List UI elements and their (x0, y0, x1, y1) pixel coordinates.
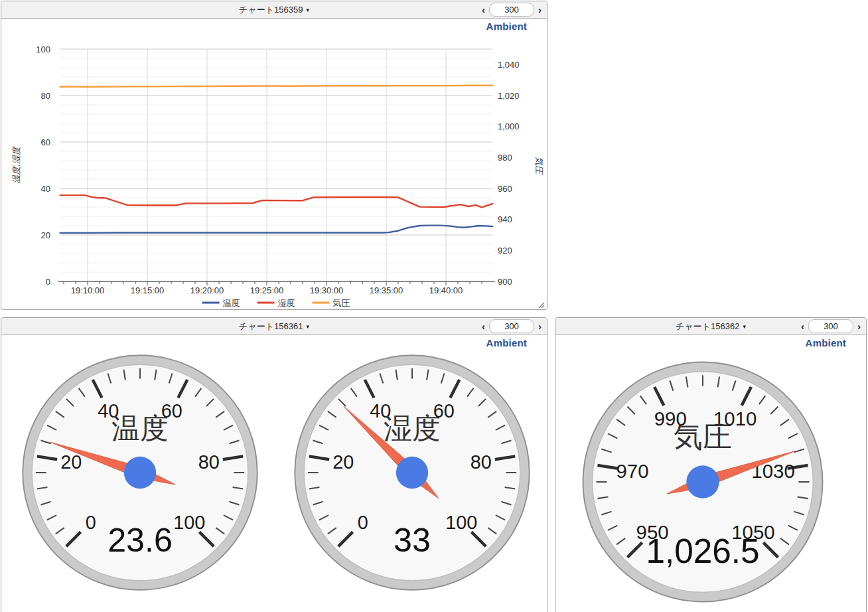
svg-text:湿度: 湿度 (384, 412, 441, 444)
gauge-panel-pressure: チャート156362▾ ‹ › Ambient 9509709901010103… (555, 317, 867, 612)
svg-text:80: 80 (198, 451, 220, 473)
pressure-gauge: 950970990101010301050気圧1,026.5 (577, 356, 829, 608)
svg-text:100: 100 (36, 44, 50, 54)
svg-text:19:40:00: 19:40:00 (429, 285, 463, 295)
chevron-down-icon: ▾ (306, 323, 309, 330)
ambient-logo[interactable]: Ambient (806, 337, 846, 348)
chevron-down-icon: ▾ (743, 323, 746, 330)
points-next-button[interactable]: › (536, 320, 543, 333)
svg-text:80: 80 (470, 451, 492, 473)
svg-text:980: 980 (498, 153, 512, 163)
svg-text:900: 900 (498, 277, 512, 287)
chart-title: チャート156359 (239, 5, 303, 15)
svg-text:気圧: 気圧 (674, 420, 731, 453)
svg-text:920: 920 (498, 246, 512, 256)
ambient-logo[interactable]: Ambient (486, 337, 527, 348)
svg-text:19:35:00: 19:35:00 (370, 285, 403, 295)
points-next-button[interactable]: › (536, 3, 543, 17)
svg-text:100: 100 (173, 512, 205, 533)
panel-header: チャート156359▾ ‹ › (1, 1, 547, 19)
svg-text:温度: 温度 (111, 412, 169, 444)
svg-text:33: 33 (394, 522, 431, 559)
svg-text:970: 970 (616, 460, 648, 482)
svg-text:1,040: 1,040 (498, 60, 520, 70)
points-prev-button[interactable]: ‹ (480, 3, 487, 17)
points-controls: ‹ › (480, 1, 543, 18)
panel-header: チャート156362▾ ‹ › (555, 318, 866, 335)
svg-text:気圧: 気圧 (333, 298, 350, 308)
svg-text:80: 80 (41, 91, 50, 101)
svg-text:0: 0 (358, 512, 368, 533)
temperature-gauge: 020406080100温度23.6 (17, 349, 263, 596)
svg-text:19:20:00: 19:20:00 (190, 285, 224, 295)
gauge-panel-temp-hum: チャート156361▾ ‹ › Ambient 020406080100温度23… (1, 317, 547, 612)
points-count-input[interactable] (808, 319, 853, 333)
line-chart-panel: チャート156359▾ ‹ › Ambient 0204060801009009… (1, 1, 547, 310)
svg-text:19:30:00: 19:30:00 (310, 285, 344, 295)
svg-text:100: 100 (445, 512, 477, 533)
chart-title: チャート156361 (239, 321, 303, 331)
points-next-button[interactable]: › (855, 320, 863, 333)
chart-title: チャート156362 (676, 321, 739, 331)
svg-text:20: 20 (332, 451, 354, 473)
svg-text:940: 940 (498, 214, 512, 224)
resize-handle[interactable] (537, 299, 545, 307)
svg-text:40: 40 (41, 184, 50, 194)
svg-text:1,026.5: 1,026.5 (646, 532, 759, 570)
svg-text:温度: 温度 (223, 298, 240, 308)
svg-text:気圧: 気圧 (534, 157, 544, 175)
svg-text:温度,湿度: 温度,湿度 (11, 145, 21, 184)
svg-text:23.6: 23.6 (108, 522, 173, 559)
svg-text:1,020: 1,020 (498, 91, 520, 101)
points-count-input[interactable] (489, 3, 534, 17)
svg-text:19:10:00: 19:10:00 (71, 285, 105, 295)
humidity-gauge: 020406080100湿度33 (289, 349, 536, 596)
svg-text:60: 60 (41, 137, 50, 147)
svg-text:960: 960 (498, 184, 512, 194)
points-controls: ‹ › (799, 318, 863, 335)
points-prev-button[interactable]: ‹ (480, 320, 487, 333)
points-controls: ‹ › (480, 318, 543, 335)
svg-text:19:15:00: 19:15:00 (131, 285, 165, 295)
svg-text:1,000: 1,000 (498, 121, 520, 131)
svg-text:19:25:00: 19:25:00 (250, 285, 284, 295)
svg-text:20: 20 (60, 451, 82, 473)
svg-text:0: 0 (86, 512, 96, 533)
svg-text:湿度: 湿度 (278, 298, 295, 308)
svg-text:0: 0 (46, 277, 50, 287)
points-prev-button[interactable]: ‹ (799, 320, 806, 333)
svg-text:20: 20 (41, 230, 50, 240)
chevron-down-icon: ▾ (306, 7, 309, 13)
points-count-input[interactable] (489, 319, 534, 333)
chart-title-dropdown[interactable]: チャート156361▾ (1, 318, 547, 335)
line-chart: 0204060801009009209409609801,0001,0201,0… (1, 19, 547, 309)
panel-header: チャート156361▾ ‹ › (1, 318, 547, 335)
chart-title-dropdown[interactable]: チャート156359▾ (1, 1, 547, 18)
